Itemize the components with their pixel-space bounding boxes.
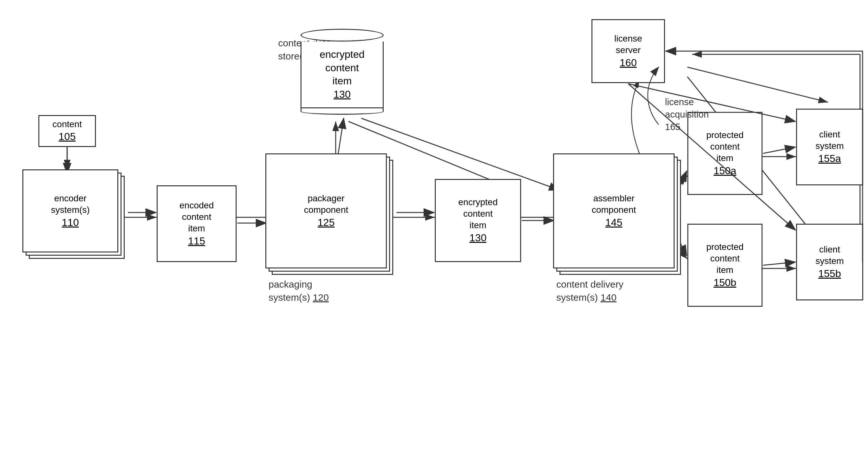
assembler-box: assemblercomponent 145	[553, 153, 675, 268]
content-box: content 105	[38, 115, 96, 147]
protected-b-number: 150b	[714, 276, 736, 290]
protected-b-label: protectedcontentitem	[706, 241, 744, 276]
svg-line-23	[338, 118, 344, 153]
encrypted-item-label: encryptedcontentitem	[459, 196, 498, 231]
protected-a-number: 150a	[714, 164, 736, 178]
encrypted-item-number: 130	[469, 231, 486, 245]
cylinder-label: encryptedcontentitem	[320, 48, 365, 88]
assembler-stack: assemblercomponent 145	[553, 153, 675, 268]
protected-a-label: protectedcontentitem	[706, 129, 744, 164]
client-b-box: clientsystem 155b	[796, 224, 863, 300]
packager-box: packagercomponent 125	[266, 153, 387, 268]
client-a-number: 155a	[818, 152, 841, 165]
assembler-number: 145	[605, 216, 622, 229]
encoded-label: encodedcontentitem	[179, 200, 214, 234]
cylinder-body: encryptedcontentitem 130	[301, 41, 384, 108]
content-delivery-label: content deliverysystem(s) 140	[556, 278, 623, 304]
packager-label: packagercomponent	[304, 193, 348, 216]
encoder-stack: encodersystem(s) 110	[22, 169, 118, 253]
encoder-label: encodersystem(s)	[51, 193, 90, 216]
client-b-label: clientsystem	[815, 244, 844, 267]
packager-number: 125	[317, 216, 334, 229]
license-server-box: licenseserver 160	[591, 19, 665, 83]
packaging-label: packagingsystem(s) 120	[269, 278, 329, 304]
license-server-number: 160	[620, 56, 637, 70]
svg-line-30	[763, 262, 796, 265]
protected-b-box: protectedcontentitem 150b	[687, 224, 763, 307]
client-a-label: clientsystem	[815, 129, 844, 152]
encoded-box: encodedcontentitem 115	[157, 185, 237, 262]
content-number: 105	[59, 130, 75, 143]
encoder-number: 110	[62, 216, 79, 229]
packaging-stack: packagercomponent 125	[266, 153, 387, 268]
cylinder-top	[301, 29, 384, 41]
svg-line-29	[763, 147, 796, 153]
cylinder-encrypted: encryptedcontentitem 130	[301, 29, 384, 115]
diagram-container: content 105 encodersystem(s) 110 encoded…	[0, 0, 868, 449]
license-acquisition-label: licenseacquisition165	[665, 96, 709, 133]
encoder-box: encodersystem(s) 110	[22, 169, 118, 253]
assembler-label: assemblercomponent	[592, 193, 636, 216]
cylinder-bottom	[301, 108, 384, 115]
content-label: content	[53, 119, 82, 130]
encoded-number: 115	[188, 234, 205, 248]
license-server-label: licenseserver	[614, 33, 642, 56]
cylinder-number: 130	[334, 88, 350, 101]
client-b-number: 155b	[818, 267, 841, 281]
encrypted-item-box: encryptedcontentitem 130	[435, 179, 521, 262]
client-a-box: clientsystem 155a	[796, 109, 863, 185]
